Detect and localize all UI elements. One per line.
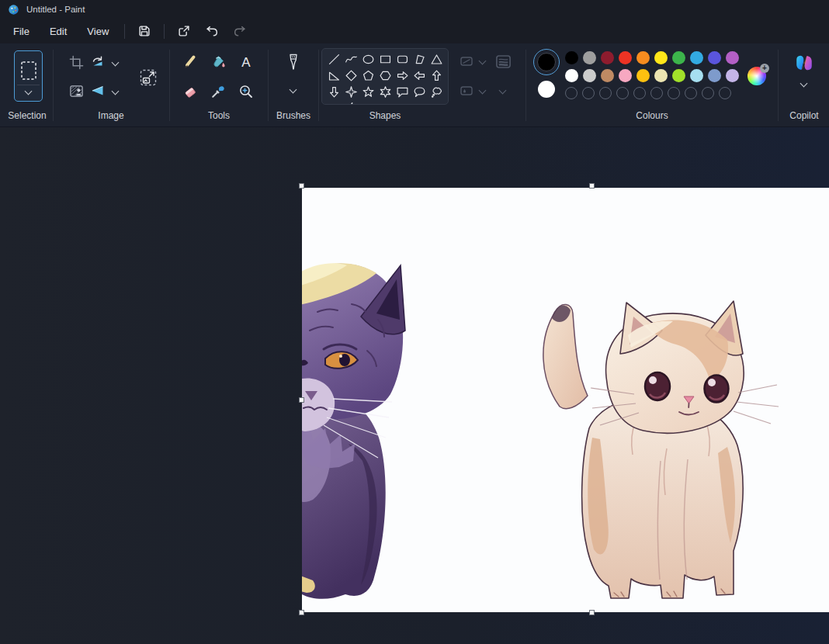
resize-image-button[interactable] — [136, 65, 161, 90]
shape-heart[interactable] — [325, 100, 342, 105]
shape-arrow-left[interactable] — [411, 68, 428, 84]
section-divider — [268, 50, 269, 121]
fill-button[interactable] — [207, 51, 228, 72]
color-picker-button[interactable] — [207, 81, 228, 102]
shape-fill-icon — [459, 83, 474, 99]
eraser-button[interactable] — [179, 81, 200, 102]
colour-swatch-empty[interactable] — [685, 87, 697, 99]
colour-swatch[interactable] — [565, 69, 578, 82]
shape-callout-cloud[interactable] — [428, 84, 445, 100]
menu-file[interactable]: File — [3, 22, 40, 41]
colour-swatch[interactable] — [708, 69, 721, 82]
shape-arrow-down[interactable] — [325, 84, 342, 100]
colour-swatch[interactable] — [583, 51, 596, 64]
chevron-down-icon[interactable] — [112, 88, 120, 95]
colour2-swatch[interactable] — [538, 81, 555, 98]
colour-swatch[interactable] — [601, 51, 614, 64]
shape-arrow-up[interactable] — [428, 68, 445, 84]
chevron-down-icon[interactable] — [112, 59, 120, 67]
colour-swatch-empty[interactable] — [633, 87, 646, 99]
undo-button[interactable] — [200, 21, 224, 41]
menu-view[interactable]: View — [77, 22, 119, 41]
colour-swatch[interactable] — [690, 51, 703, 64]
colour-swatch[interactable] — [619, 69, 632, 82]
colour-swatch[interactable] — [726, 51, 739, 64]
colour-swatch[interactable] — [726, 69, 739, 82]
colour-swatch[interactable] — [672, 69, 685, 82]
remove-background-button[interactable] — [66, 81, 86, 101]
brushes-button[interactable] — [282, 50, 305, 74]
rotate-icon — [90, 54, 106, 70]
shape-callout-rectangle[interactable] — [394, 84, 411, 100]
colour-swatch[interactable] — [654, 51, 668, 64]
selection-tool-button[interactable] — [14, 50, 43, 102]
colour-swatch[interactable] — [672, 51, 685, 64]
text-tool-button[interactable]: A — [235, 51, 256, 72]
flip-icon — [90, 83, 106, 99]
shape-polygon[interactable] — [411, 51, 428, 68]
colour-swatch[interactable] — [708, 51, 721, 64]
colour-swatch-empty[interactable] — [702, 87, 714, 99]
save-icon — [137, 24, 151, 38]
colour-swatch[interactable] — [690, 69, 703, 82]
menu-divider — [164, 24, 165, 39]
canvas-handle-bottom-middle[interactable] — [589, 610, 595, 615]
chevron-down-icon[interactable] — [290, 86, 297, 94]
shape-rounded-rectangle[interactable] — [394, 51, 411, 68]
shape-pentagon[interactable] — [359, 68, 376, 84]
shape-arrow-right[interactable] — [394, 68, 411, 84]
colour-swatch[interactable] — [636, 69, 650, 82]
chevron-down-icon[interactable] — [25, 87, 33, 95]
save-button[interactable] — [133, 21, 156, 41]
shape-curve[interactable] — [342, 51, 359, 68]
menu-edit[interactable]: Edit — [40, 22, 77, 41]
shape-triangle[interactable] — [428, 51, 445, 68]
colour-swatch[interactable] — [565, 51, 578, 64]
colour-swatch[interactable] — [601, 69, 614, 82]
section-label: Shapes — [321, 110, 449, 121]
remove-background-icon — [69, 84, 84, 99]
crop-button — [66, 52, 86, 72]
canvas-handle-top-left[interactable] — [299, 183, 304, 189]
shape-outline-button — [456, 51, 477, 71]
flip-button[interactable] — [88, 81, 108, 101]
colour-swatch[interactable] — [654, 69, 668, 82]
shape-line[interactable] — [325, 51, 342, 68]
colour-swatch-empty[interactable] — [565, 87, 578, 99]
shape-hexagon[interactable] — [376, 68, 394, 84]
shape-star-five[interactable] — [359, 84, 376, 100]
shape-rectangle[interactable] — [376, 51, 394, 68]
shape-star-four[interactable] — [342, 84, 359, 100]
colour-swatch-empty[interactable] — [650, 87, 663, 99]
shape-right-triangle[interactable] — [325, 68, 342, 84]
canvas-handle-left-middle[interactable] — [299, 397, 304, 403]
colour-swatch[interactable] — [636, 51, 650, 64]
shape-oval[interactable] — [359, 51, 376, 68]
shape-lightning[interactable] — [342, 100, 359, 105]
pencil-button[interactable] — [179, 51, 200, 72]
colour-swatch-empty[interactable] — [719, 87, 731, 99]
magnifier-button[interactable] — [235, 81, 256, 102]
canvas-image-purple-cat — [302, 263, 405, 598]
canvas-handle-bottom-left[interactable] — [299, 610, 304, 615]
canvas-handle-top-middle[interactable] — [589, 183, 595, 189]
shape-diamond[interactable] — [342, 68, 359, 84]
colour-swatch-empty[interactable] — [599, 87, 612, 99]
colour-swatch[interactable] — [583, 69, 596, 82]
colour-swatch-empty[interactable] — [668, 87, 680, 99]
copilot-button[interactable] — [791, 50, 817, 76]
section-divider — [778, 50, 779, 121]
colour-swatch-empty[interactable] — [616, 87, 629, 99]
colour1-swatch[interactable] — [533, 49, 560, 75]
shape-star-six[interactable] — [376, 84, 394, 100]
colour-swatch-empty[interactable] — [582, 87, 595, 99]
drawing-canvas[interactable] — [302, 188, 829, 612]
edit-colours-button[interactable]: + — [747, 67, 766, 85]
share-button[interactable] — [172, 21, 196, 41]
shape-outline-icon — [459, 54, 474, 69]
shape-callout-oval[interactable] — [411, 84, 428, 100]
colour-swatch[interactable] — [619, 51, 632, 64]
window-title: Untitled - Paint — [26, 5, 85, 14]
rotate-button[interactable] — [88, 52, 108, 72]
chevron-down-icon[interactable] — [800, 80, 808, 88]
